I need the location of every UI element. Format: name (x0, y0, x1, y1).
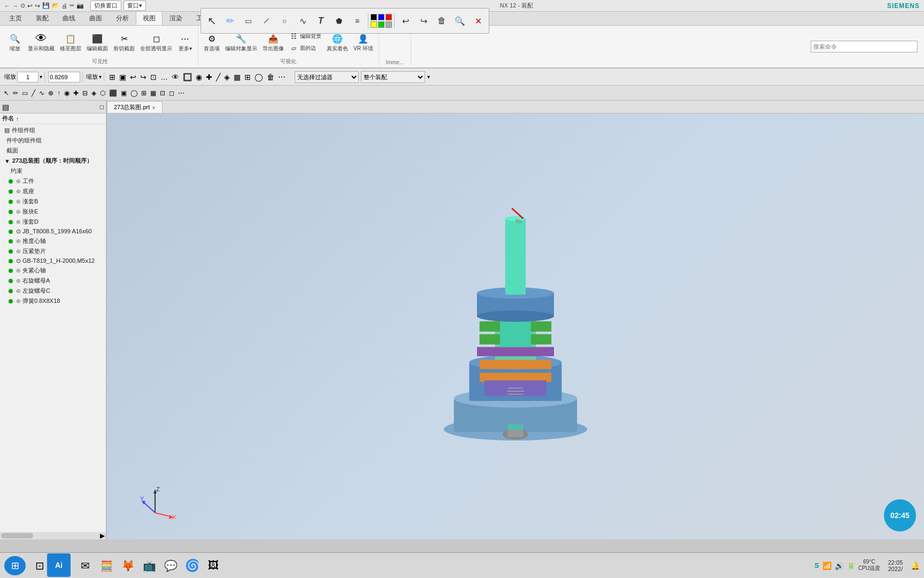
col-sort-icon[interactable]: ↑ (16, 116, 19, 122)
list-item[interactable]: ⊙ JB_T8008.5_1999 A16x60 (0, 227, 106, 236)
tb2-btn13[interactable]: ▦ (232, 72, 242, 82)
tab-curve[interactable]: 曲线 (56, 11, 82, 25)
tb2-btn8[interactable]: 🔲 (181, 72, 194, 82)
print-icon[interactable]: 🖨 (61, 3, 67, 9)
list-item[interactable]: ⊙ 压紧垫片 (0, 246, 106, 256)
assembly-dropdown-btn[interactable]: ▾ (427, 74, 430, 80)
active-tab[interactable]: 273总装图.prt × (107, 101, 163, 113)
filter-dropdown[interactable]: 无选择过滤器 (295, 71, 359, 83)
switch-window-btn[interactable]: 切换窗口 (90, 1, 121, 11)
color-red[interactable] (386, 14, 392, 20)
tb3-icon11[interactable]: ◈ (90, 88, 98, 98)
viewport[interactable]: 273总装图.prt × (107, 101, 924, 539)
transparent-btn[interactable]: ◻ 全部透明显示 (138, 31, 174, 54)
window-menu-btn[interactable]: 窗口▾ (124, 1, 146, 11)
edit-display-btn[interactable]: 🔧 编辑对象显示 (223, 31, 259, 54)
tb3-icon9[interactable]: ✚ (72, 88, 80, 98)
tb3-icon8[interactable]: ◉ (63, 88, 71, 98)
color-gray[interactable] (386, 21, 392, 28)
snapshot-icon[interactable]: 📷 (76, 2, 84, 9)
list-item[interactable]: ⊙ 胀块E (0, 207, 106, 217)
tb3-icon2[interactable]: ✏ (11, 88, 20, 98)
start-button[interactable]: ⊞ (4, 556, 26, 575)
realistic-btn[interactable]: 🌐 真实着色 (325, 31, 350, 54)
siemens-icon[interactable]: S (814, 561, 819, 569)
zoom-dropdown-btn[interactable]: ▾ (40, 74, 42, 80)
tb2-btn16[interactable]: 🗑 (265, 72, 276, 82)
list-item[interactable]: ⊙ 弹簧0.8X8X18 (0, 296, 106, 306)
tb3-icon12[interactable]: ⬡ (98, 88, 107, 98)
line-tool-btn[interactable]: ─ (253, 8, 279, 34)
redo-icon[interactable]: ↪ (35, 2, 40, 10)
shape-tool-btn[interactable]: ⬟ (330, 11, 348, 31)
notification-icon[interactable]: 🔔 (911, 561, 920, 570)
tb3-icon20[interactable]: ⋯ (176, 88, 186, 98)
list-item[interactable]: ⊙ 工件 (0, 176, 106, 186)
undo-draw-btn[interactable]: ↩ (397, 11, 414, 31)
search-input[interactable] (811, 41, 918, 52)
list-item[interactable]: 件中的组件组 (0, 135, 106, 146)
tb3-icon10[interactable]: ⊟ (81, 88, 89, 98)
zoom-percent-input[interactable] (48, 72, 80, 82)
color-green[interactable] (378, 21, 384, 28)
list-item[interactable]: ⊙ 夹紧心轴 (0, 265, 106, 276)
home-icon[interactable]: ⊙ (20, 2, 25, 9)
tb2-btn7[interactable]: 👁 (170, 72, 181, 82)
tb2-btn17[interactable]: ⋯ (276, 72, 287, 82)
move-to-layer-btn[interactable]: 📋 移至图层 (58, 31, 83, 54)
select-tool-btn[interactable]: ↖ (203, 11, 220, 31)
tb2-btn9[interactable]: ◉ (194, 72, 204, 82)
photos-btn[interactable]: 🖼 (204, 556, 223, 575)
tb3-icon15[interactable]: ◯ (129, 88, 139, 98)
list-item[interactable]: ⊙ 涨套D (0, 217, 106, 227)
list-item[interactable]: ⊙ 涨套B (0, 196, 106, 207)
text-tool-btn[interactable]: T (312, 11, 329, 31)
tab-home[interactable]: 主页 (2, 11, 29, 25)
panel-close-btn[interactable]: □ (100, 103, 104, 111)
delete-draw-btn[interactable]: 🗑 (433, 11, 450, 31)
nav-back-icon[interactable]: ← (4, 3, 10, 9)
volume-icon[interactable]: 🔊 (835, 561, 844, 570)
preference-btn[interactable]: ⚙ 首选项 (202, 31, 222, 54)
tb3-icon14[interactable]: ▣ (119, 88, 128, 98)
tb3-icon6[interactable]: ⊕ (47, 88, 55, 98)
zoom-dropdown-btn2[interactable]: ▾ (99, 74, 102, 80)
menu-tool-btn[interactable]: ≡ (349, 11, 366, 31)
color-yellow[interactable] (371, 21, 377, 28)
color-black[interactable] (371, 14, 377, 20)
list-item[interactable]: ▤ 件组件组 (0, 125, 106, 135)
tb3-icon13[interactable]: ⬛ (107, 88, 119, 98)
zoom-input[interactable] (17, 72, 38, 82)
tb3-icon19[interactable]: ◻ (167, 88, 176, 98)
tb2-btn14[interactable]: ⊞ (243, 72, 252, 82)
app6-btn[interactable]: 🌀 (182, 556, 202, 575)
list-item[interactable]: ⊙ 左旋螺母C (0, 286, 106, 296)
tb2-btn3[interactable]: ↩ (128, 72, 138, 82)
show-hide-btn[interactable]: 👁 显示和隐藏 (26, 31, 57, 54)
close-draw-btn[interactable]: ✕ (469, 11, 487, 31)
assembly-dropdown[interactable]: 整个装配 (361, 71, 425, 83)
face-edge-btn[interactable]: ▱ 面的边 (287, 43, 324, 54)
open-icon[interactable]: 📂 (52, 2, 59, 9)
tb2-btn2[interactable]: ▣ (118, 72, 128, 82)
mail-btn[interactable]: ✉ (75, 556, 95, 575)
list-item[interactable]: 截面 (0, 146, 106, 156)
tab-view[interactable]: 视图 (136, 11, 163, 25)
panel-menu-icon[interactable]: ▤ (2, 103, 9, 111)
vr-env-btn[interactable]: 👤 VR 环境 (351, 31, 375, 54)
wechat-btn[interactable]: 💬 (161, 556, 180, 575)
tb3-icon18[interactable]: ⊡ (158, 88, 167, 98)
nav-forward-icon[interactable]: → (12, 3, 18, 9)
clip-section-btn[interactable]: ✂ 剪切截面 (111, 31, 137, 54)
more-visibility-btn[interactable]: ⋯ 更多▾ (175, 31, 195, 54)
ai-btn[interactable]: Ai (47, 553, 71, 577)
list-item[interactable]: ⊙ GB-T819_1_H-2000,M5x12 (0, 256, 106, 265)
tb3-icon17[interactable]: ▦ (149, 88, 158, 98)
tb3-icon16[interactable]: ⊞ (140, 88, 148, 98)
list-item[interactable]: ⊙ 右旋螺母A (0, 276, 106, 286)
media-btn[interactable]: 📺 (140, 556, 159, 575)
tb2-btn11[interactable]: ╱ (214, 72, 222, 82)
tb3-icon3[interactable]: ▭ (20, 88, 29, 98)
tb3-icon1[interactable]: ↖ (2, 88, 11, 98)
tab-close-btn[interactable]: × (152, 104, 155, 111)
